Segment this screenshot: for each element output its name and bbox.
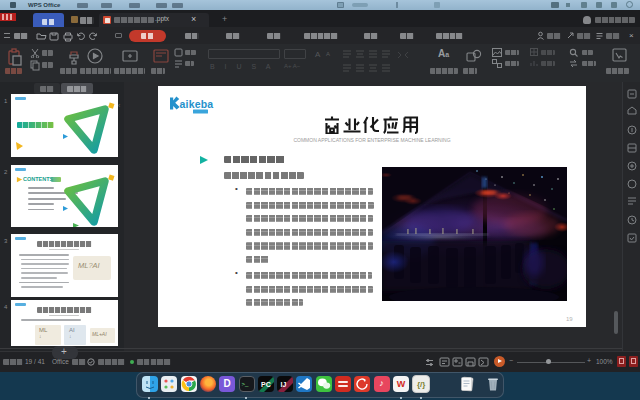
svg-text:IJ: IJ [281,381,287,388]
svg-text:aikeba: aikeba [180,98,214,110]
svg-text:PC: PC [261,381,271,388]
